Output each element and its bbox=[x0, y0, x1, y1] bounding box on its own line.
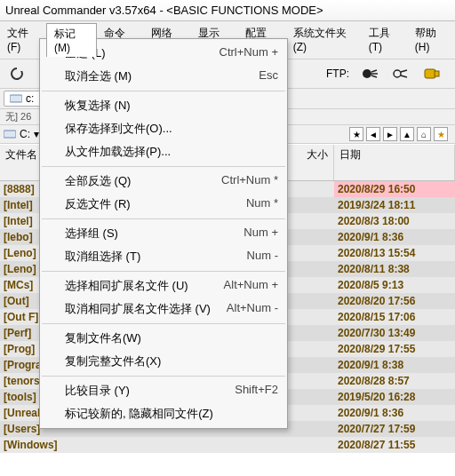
menu-separator bbox=[42, 323, 285, 324]
cell-date: 2020/8/15 17:06 bbox=[334, 309, 455, 325]
svg-rect-4 bbox=[435, 71, 439, 76]
cell-date: 2020/8/11 8:38 bbox=[334, 261, 455, 277]
menu-item-label: 取消全选 (M) bbox=[65, 68, 132, 84]
svg-rect-5 bbox=[10, 95, 22, 102]
menu-item-shortcut: Ctrl+Num * bbox=[221, 173, 278, 189]
window-title: Unreal Commander v3.57x64 - <BASIC FUNCT… bbox=[5, 4, 323, 17]
menu-item-shortcut: Num - bbox=[247, 249, 278, 265]
refresh-button[interactable] bbox=[4, 62, 30, 85]
history-back-icon[interactable]: ◄ bbox=[366, 127, 380, 141]
svg-point-1 bbox=[363, 69, 371, 78]
svg-point-2 bbox=[394, 70, 401, 77]
menu-item-shortcut: Esc bbox=[259, 68, 278, 84]
menu-tools[interactable]: 工具(T) bbox=[362, 23, 408, 57]
menu-item[interactable]: 取消组选择 (T)Num - bbox=[40, 245, 287, 268]
drive-tab-label: c: bbox=[26, 92, 34, 105]
drive-icon bbox=[10, 93, 22, 104]
cell-date: 2020/8/27 11:55 bbox=[334, 437, 455, 453]
drive-icon bbox=[4, 129, 16, 139]
cell-date: 2020/9/1 8:38 bbox=[334, 357, 455, 373]
menu-item[interactable]: 全部反选 (Q)Ctrl+Num * bbox=[40, 170, 287, 193]
ftp-settings-button[interactable] bbox=[419, 62, 445, 85]
table-row[interactable]: [Windows]2020/8/27 11:55 bbox=[0, 437, 455, 453]
menu-separator bbox=[42, 166, 285, 167]
cell-date: 2020/9/1 8:36 bbox=[334, 229, 455, 245]
current-drive[interactable]: C: bbox=[20, 128, 30, 140]
cell-date: 2020/8/3 18:00 bbox=[334, 213, 455, 229]
menu-item-label: 标记较新的, 隐藏相同文件(Z) bbox=[65, 406, 213, 422]
cell-date: 2019/5/20 16:28 bbox=[334, 389, 455, 405]
menu-item-label: 比较目录 (Y) bbox=[65, 383, 130, 399]
menu-item[interactable]: 从文件加载选择(P)... bbox=[40, 140, 287, 163]
menu-item-label: 复制文件名(W) bbox=[65, 330, 141, 346]
cell-date: 2020/8/29 17:55 bbox=[334, 341, 455, 357]
menu-item-label: 取消相同扩展名文件选择 (V) bbox=[65, 301, 211, 317]
menu-item-label: 取消组选择 (T) bbox=[65, 249, 140, 265]
menu-separator bbox=[42, 376, 285, 377]
menu-item[interactable]: 保存选择到文件(O)... bbox=[40, 117, 287, 140]
menu-item[interactable]: 复制完整文件名(X) bbox=[40, 350, 287, 373]
menu-item[interactable]: 复制文件名(W) bbox=[40, 327, 287, 350]
favorites-icon[interactable]: ★ bbox=[434, 127, 448, 141]
menu-help[interactable]: 帮助(H) bbox=[408, 23, 455, 57]
menu-item-label: 选择相同扩展名文件 (U) bbox=[65, 278, 188, 294]
menu-item-shortcut: Num + bbox=[243, 226, 278, 242]
cell-date: 2020/7/30 13:49 bbox=[334, 325, 455, 341]
menu-item[interactable]: 取消全选 (M)Esc bbox=[40, 65, 287, 88]
menu-item-shortcut: Alt+Num - bbox=[227, 301, 278, 317]
cell-date: 2020/9/1 8:36 bbox=[334, 405, 455, 421]
cell-size bbox=[251, 437, 334, 453]
history-fwd-icon[interactable]: ► bbox=[383, 127, 397, 141]
title-bar: Unreal Commander v3.57x64 - <BASIC FUNCT… bbox=[0, 0, 455, 21]
col-header-date[interactable]: 日期 bbox=[334, 145, 455, 180]
drive-tab-c[interactable]: c: bbox=[4, 91, 44, 107]
ftp-label: FTP: bbox=[321, 67, 355, 80]
mark-menu-dropdown: 全选 (L)Ctrl+Num +取消全选 (M)Esc恢复选择 (N)保存选择到… bbox=[39, 38, 288, 429]
panel-tool-icons: ★ ◄ ► ▲ ⌂ ★ bbox=[349, 127, 451, 141]
cell-date: 2020/8/28 8:57 bbox=[334, 373, 455, 389]
volume-label: 无] 26 bbox=[5, 111, 31, 122]
menu-item-label: 反选文件 (R) bbox=[65, 196, 131, 212]
menu-mark[interactable]: 标记(M) bbox=[46, 23, 97, 57]
cell-date: 2020/8/29 16:50 bbox=[334, 181, 455, 197]
menu-item[interactable]: 恢复选择 (N) bbox=[40, 94, 287, 117]
menu-item[interactable]: 比较目录 (Y)Shift+F2 bbox=[40, 379, 287, 402]
cell-date: 2020/8/13 15:54 bbox=[334, 245, 455, 261]
menu-item[interactable]: 反选文件 (R)Num * bbox=[40, 193, 287, 216]
ftp-connect-button[interactable] bbox=[358, 62, 385, 85]
cell-date: 2020/8/5 9:13 bbox=[334, 277, 455, 293]
menu-item[interactable]: 选择相同扩展名文件 (U)Alt+Num + bbox=[40, 274, 287, 298]
cell-ext bbox=[215, 437, 251, 453]
menu-item[interactable]: 取消相同扩展名文件选择 (V)Alt+Num - bbox=[40, 298, 287, 321]
cell-name: [Windows] bbox=[0, 437, 215, 453]
menu-separator bbox=[42, 91, 285, 91]
menu-item-label: 保存选择到文件(O)... bbox=[65, 121, 172, 137]
menu-item-label: 恢复选择 (N) bbox=[65, 98, 131, 114]
svg-rect-3 bbox=[425, 69, 435, 78]
cell-date: 2019/3/24 18:11 bbox=[334, 197, 455, 213]
cell-date: 2020/8/20 17:56 bbox=[334, 293, 455, 309]
cell-date: 2020/7/27 17:59 bbox=[334, 421, 455, 437]
menu-item-shortcut: Shift+F2 bbox=[235, 383, 278, 399]
menu-item[interactable]: 标记较新的, 隐藏相同文件(Z) bbox=[40, 402, 287, 425]
menu-item-label: 从文件加载选择(P)... bbox=[65, 144, 171, 160]
menu-item-shortcut: Alt+Num + bbox=[224, 278, 278, 294]
menu-item-label: 选择组 (S) bbox=[65, 226, 118, 242]
menu-item-label: 全部反选 (Q) bbox=[65, 173, 131, 189]
ftp-disconnect-button[interactable] bbox=[388, 62, 415, 85]
menu-item-shortcut: Num * bbox=[246, 196, 278, 212]
menu-separator bbox=[42, 218, 285, 219]
bookmark-icon[interactable]: ★ bbox=[349, 127, 363, 141]
menu-item-shortcut: Ctrl+Num + bbox=[220, 45, 278, 61]
menu-separator bbox=[42, 271, 285, 272]
up-dir-icon[interactable]: ▲ bbox=[400, 127, 414, 141]
menu-item[interactable]: 选择组 (S)Num + bbox=[40, 222, 287, 245]
menu-system-folders[interactable]: 系统文件夹(Z) bbox=[286, 23, 362, 57]
root-dir-icon[interactable]: ⌂ bbox=[417, 127, 431, 141]
svg-rect-6 bbox=[4, 131, 16, 138]
menu-item-label: 复制完整文件名(X) bbox=[65, 353, 161, 369]
